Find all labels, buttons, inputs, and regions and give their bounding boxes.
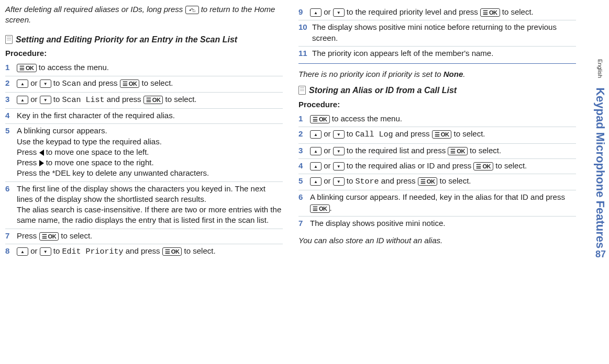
- none-label: None: [444, 70, 463, 78]
- step-body: The priority icon appears left of the me…: [312, 48, 576, 59]
- right-column: 9 or to the required priority level and …: [298, 4, 576, 260]
- left-column: After deleting all required aliases or I…: [5, 4, 283, 260]
- step-body: ☰ OK to access the menu.: [17, 62, 283, 73]
- step-3: 3 or to Scan List and press ☰ OK to sele…: [5, 92, 283, 107]
- note-1: There is no priority icon if priority is…: [298, 69, 576, 79]
- page-number: 87: [595, 249, 606, 260]
- step-body: or to Store and press ☰ OK to select.: [310, 176, 576, 187]
- down-arrow-key-icon: [333, 8, 345, 17]
- up-arrow-key-icon: [17, 79, 28, 88]
- step-6: 6 The first line of the display shows th…: [5, 181, 283, 228]
- down-arrow-key-icon: [333, 162, 345, 170]
- step-number: 3: [298, 145, 310, 156]
- step-number: 5: [5, 126, 17, 136]
- step-5: 5 A blinking cursor appears. Use the key…: [5, 123, 283, 180]
- up-arrow-key-icon: [310, 162, 322, 170]
- up-arrow-key-icon: [310, 130, 322, 139]
- step-number: 6: [298, 192, 310, 202]
- step-2: 2 or to Scan and press ☰ OK to select.: [5, 76, 283, 91]
- r-step-3: 3 or to the required list and press ☰ OK…: [298, 143, 576, 157]
- step-number: 10: [298, 22, 312, 32]
- step-1: 1 ☰ OK to access the menu.: [5, 61, 283, 74]
- step-number: 2: [5, 78, 17, 88]
- section1-text: Setting and Editing Priority for an Entr…: [16, 35, 237, 44]
- menu-target: Scan List: [62, 96, 105, 105]
- step-4: 4 Key in the first character of the requ…: [5, 108, 283, 122]
- step-8: 8 or to Edit Priority and press ☰ OK to …: [5, 244, 283, 259]
- right-arrow-icon: [39, 160, 44, 166]
- up-arrow-key-icon: [310, 8, 322, 17]
- ok-key-icon: ☰ OK: [480, 8, 500, 17]
- menu-target: Edit Priority: [62, 247, 124, 256]
- step-body: or to Scan and press ☰ OK to select.: [17, 78, 283, 89]
- step-9: 9 or to the required priority level and …: [298, 5, 576, 19]
- down-arrow-key-icon: [40, 79, 51, 88]
- note-2: You can also store an ID without an alia…: [298, 235, 576, 246]
- step-number: 9: [298, 7, 310, 17]
- ok-key-icon: ☰ OK: [310, 115, 330, 123]
- ok-key-icon: ☰ OK: [473, 162, 493, 170]
- down-arrow-key-icon: [333, 147, 345, 155]
- ok-key-icon: ☰ OK: [310, 204, 330, 213]
- step-number: 4: [5, 110, 17, 121]
- intro-text: After deleting all required aliases or I…: [5, 4, 283, 26]
- document-icon: [298, 86, 306, 95]
- side-tab: English Keypad Microphone Features: [591, 0, 609, 264]
- ok-key-icon: ☰ OK: [432, 130, 452, 139]
- divider: [298, 63, 576, 64]
- step-body: or to Scan List and press ☰ OK to select…: [17, 94, 283, 106]
- ok-key-icon: ☰ OK: [17, 64, 37, 72]
- side-tab-text: English Keypad Microphone Features: [593, 0, 607, 264]
- page-content: After deleting all required aliases or I…: [5, 4, 600, 260]
- r-step-6: 6 A blinking cursor appears. If needed, …: [298, 190, 576, 215]
- step-body: The first line of the display shows the …: [17, 184, 283, 226]
- ok-key-icon: ☰ OK: [39, 232, 59, 241]
- document-icon: [5, 35, 13, 44]
- language-label: English: [597, 59, 603, 78]
- intro-a: After deleting all required aliases or I…: [5, 5, 185, 14]
- menu-target: Call Log: [356, 130, 393, 139]
- r-step-4: 4 or to the required alias or ID and pre…: [298, 158, 576, 173]
- step-number: 2: [298, 129, 310, 139]
- r-step-7: 7 The display shows positive mini notice…: [298, 216, 576, 230]
- step-body: ☰ OK to access the menu.: [310, 113, 576, 124]
- step-number: 1: [5, 62, 17, 73]
- down-arrow-key-icon: [333, 130, 345, 139]
- down-arrow-key-icon: [333, 177, 345, 186]
- step-body: or to Call Log and press ☰ OK to select.: [310, 129, 576, 140]
- up-arrow-key-icon: [17, 96, 28, 104]
- menu-target: Store: [356, 177, 379, 186]
- step-body: or to the required list and press ☰ OK t…: [310, 145, 576, 156]
- step-body: A blinking cursor appears. If needed, ke…: [310, 192, 576, 213]
- step-body: The display shows positive mini notice.: [310, 218, 576, 229]
- section-heading-2: Storing an Alias or ID from a Call List: [309, 85, 576, 96]
- ok-key-icon: ☰ OK: [162, 247, 182, 256]
- step-number: 4: [298, 161, 310, 171]
- home-key-icon: [185, 6, 199, 14]
- down-arrow-key-icon: [40, 247, 51, 256]
- step-body: Press ☰ OK to select.: [17, 231, 283, 241]
- step-number: 6: [5, 184, 17, 194]
- step-number: 11: [298, 48, 312, 59]
- step-body: A blinking cursor appears. Use the keypa…: [17, 126, 283, 178]
- procedure-label-1: Procedure:: [5, 48, 283, 59]
- step-body: or to Edit Priority and press ☰ OK to se…: [17, 246, 283, 257]
- step-body: The display shows positive mini notice b…: [312, 22, 576, 43]
- up-arrow-key-icon: [310, 177, 322, 186]
- menu-target: Scan: [62, 79, 81, 88]
- procedure-label-2: Procedure:: [298, 99, 576, 110]
- step-10: 10 The display shows positive mini notic…: [298, 20, 576, 45]
- step-body: or to the required priority level and pr…: [310, 7, 576, 17]
- step-number: 8: [5, 246, 17, 256]
- ok-key-icon: ☰ OK: [448, 147, 468, 155]
- up-arrow-key-icon: [310, 147, 322, 155]
- r-step-1: 1 ☰ OK to access the menu.: [298, 112, 576, 126]
- left-arrow-icon: [39, 150, 44, 156]
- step-body: or to the required alias or ID and press…: [310, 161, 576, 171]
- step-11: 11 The priority icon appears left of the…: [298, 46, 576, 60]
- step-number: 5: [298, 176, 310, 186]
- tab-title: Keypad Microphone Features: [594, 87, 607, 248]
- up-arrow-key-icon: [17, 247, 28, 256]
- step-body: Key in the first character of the requir…: [17, 110, 283, 121]
- ok-key-icon: ☰ OK: [418, 177, 438, 186]
